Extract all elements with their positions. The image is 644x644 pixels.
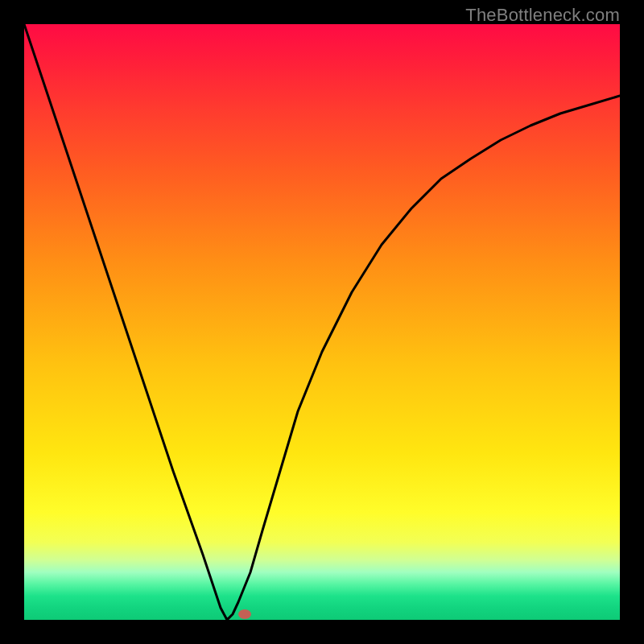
chart-frame: TheBottleneck.com <box>0 0 644 644</box>
curve-svg <box>24 24 620 620</box>
marker-dot <box>238 609 251 619</box>
plot-area <box>24 24 620 620</box>
curve-line <box>24 24 620 620</box>
watermark-text: TheBottleneck.com <box>465 5 620 26</box>
